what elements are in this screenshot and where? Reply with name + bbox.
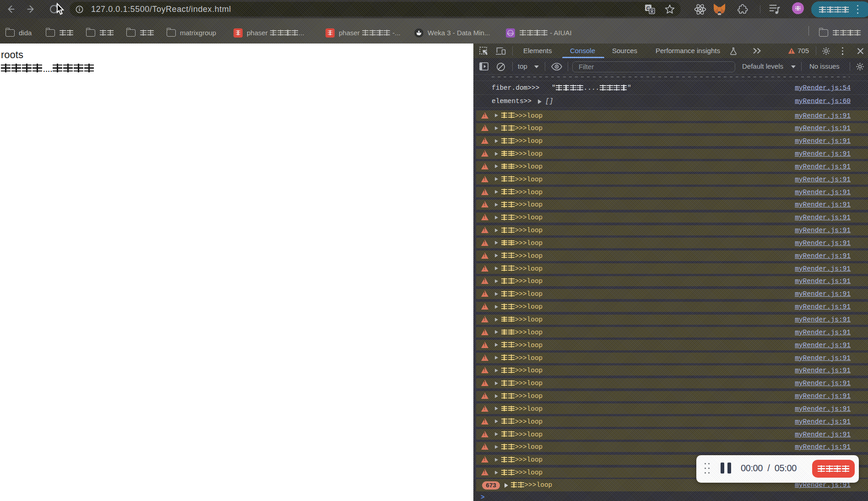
svg-text:AIUAI: AIUAI xyxy=(507,32,514,34)
